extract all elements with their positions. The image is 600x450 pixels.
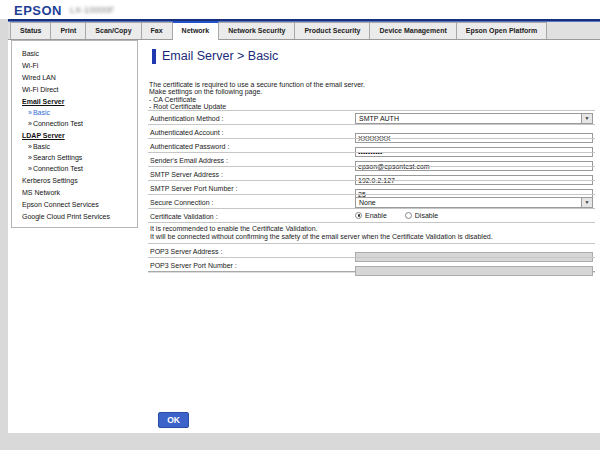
sidebar-item-wifi-direct[interactable]: Wi-Fi Direct (12, 83, 137, 95)
page-title: Email Server > Basic (162, 49, 278, 63)
ok-button[interactable]: OK (158, 412, 189, 428)
row-smtp-server-address: SMTP Server Address : (148, 166, 595, 180)
email-server-form: Authentication Method : SMTP AUTH ▼ Auth… (148, 110, 595, 272)
sub-item-marker: » (28, 109, 32, 116)
tab-product-security[interactable]: Product Security (294, 22, 370, 39)
sidebar-item-ms-network[interactable]: MS Network (12, 186, 137, 198)
intro-line: - CA Certificate (149, 96, 365, 103)
authenticated-account-label: Authenticated Account : (150, 129, 224, 136)
dropdown-arrow-icon: ▼ (581, 198, 592, 207)
radio-disable-icon[interactable] (405, 212, 412, 219)
row-smtp-server-port: SMTP Server Port Number : (148, 180, 595, 194)
secure-connection-select[interactable]: None ▼ (355, 197, 593, 208)
row-certificate-validation: Certificate Validation : Enable Disable (148, 208, 595, 222)
note-line: It is recommended to enable the Certific… (150, 225, 595, 233)
epson-logo: EPSON (14, 3, 62, 18)
printer-model-label: LX-10000F (70, 5, 115, 15)
corner-patch (0, 0, 8, 19)
sidebar-item-wired-lan[interactable]: Wired LAN (12, 71, 137, 83)
sidebar-item-google-cloud-print-services[interactable]: Google Cloud Print Services (12, 210, 137, 222)
authenticated-password-label: Authenticated Password : (150, 143, 229, 150)
radio-disable-label: Disable (415, 212, 438, 219)
sidebar-item-email-server-basic[interactable]: »Basic (12, 107, 137, 118)
sub-item-marker: » (28, 120, 32, 127)
sidebar-section-ldap-server[interactable]: LDAP Server (12, 129, 137, 141)
row-pop3-server-address: POP3 Server Address : (148, 243, 595, 257)
sub-item-marker: » (28, 154, 32, 161)
certificate-validation-enable-option[interactable]: Enable (355, 212, 387, 219)
smtp-server-port-label: SMTP Server Port Number : (150, 185, 237, 192)
selected-value: None (356, 198, 592, 207)
tab-print[interactable]: Print (50, 22, 86, 39)
authentication-method-label: Authentication Method : (150, 115, 224, 122)
sidebar-item-ldap-basic[interactable]: »Basic (12, 141, 137, 152)
note-line: It will be connected without confirming … (150, 233, 595, 241)
tab-epson-open-platform[interactable]: Epson Open Platform (456, 22, 548, 39)
certificate-validation-note: It is recommended to enable the Certific… (148, 222, 595, 243)
sidebar-item-label: Connection Test (33, 165, 83, 172)
row-authentication-method: Authentication Method : SMTP AUTH ▼ (148, 110, 595, 124)
sidebar-item-label: Search Settings (33, 154, 82, 161)
sub-item-marker: » (28, 165, 32, 172)
row-secure-connection: Secure Connection : None ▼ (148, 194, 595, 208)
sidebar-item-label: Basic (33, 109, 50, 116)
selected-value: SMTP AUTH (356, 114, 592, 123)
pop3-server-port-input (355, 266, 593, 276)
sub-item-marker: » (28, 143, 32, 150)
intro-text: The certificate is required to use a sec… (149, 81, 365, 110)
tab-network[interactable]: Network (172, 21, 220, 40)
tab-device-management[interactable]: Device Management (369, 22, 456, 39)
certificate-validation-disable-option[interactable]: Disable (405, 212, 438, 219)
row-authenticated-password: Authenticated Password : (148, 138, 595, 152)
pop3-server-address-label: POP3 Server Address : (150, 248, 222, 255)
web-config-page: EPSON LX-10000F Status Print Scan/Copy F… (8, 0, 600, 433)
sidebar-item-wifi[interactable]: Wi-Fi (12, 59, 137, 71)
sidebar-item-kerberos-settings[interactable]: Kerberos Settings (12, 174, 137, 186)
network-sidebar: Basic Wi-Fi Wired LAN Wi-Fi Direct Email… (11, 40, 138, 228)
certificate-validation-radiogroup: Enable Disable (355, 211, 593, 219)
sidebar-section-email-server[interactable]: Email Server (12, 95, 137, 107)
sidebar-item-email-server-connection-test[interactable]: »Connection Test (12, 118, 137, 129)
dropdown-arrow-icon: ▼ (581, 114, 592, 123)
sender-email-label: Sender's Email Address : (150, 157, 228, 164)
smtp-server-address-label: SMTP Server Address : (150, 171, 223, 178)
radio-enable-icon[interactable] (355, 212, 362, 219)
row-sender-email: Sender's Email Address : (148, 152, 595, 166)
radio-enable-label: Enable (365, 212, 387, 219)
sidebar-item-epson-connect-services[interactable]: Epson Connect Services (12, 198, 137, 210)
authentication-method-select[interactable]: SMTP AUTH ▼ (355, 113, 593, 124)
sidebar-item-ldap-search-settings[interactable]: »Search Settings (12, 152, 137, 163)
sidebar-item-label: Basic (33, 143, 50, 150)
tab-fax[interactable]: Fax (141, 22, 173, 39)
sidebar-item-basic[interactable]: Basic (12, 47, 137, 59)
certificate-validation-label: Certificate Validation : (150, 213, 218, 220)
tab-status[interactable]: Status (10, 22, 51, 39)
intro-line: The certificate is required to use a sec… (149, 81, 365, 88)
intro-line: Make settings on the following page. (149, 88, 365, 95)
tab-scan-copy[interactable]: Scan/Copy (85, 22, 141, 39)
row-authenticated-account: Authenticated Account : (148, 124, 595, 138)
page-title-accent-bar (152, 49, 156, 64)
top-tab-bar: Status Print Scan/Copy Fax Network Netwo… (8, 22, 600, 40)
pop3-server-port-label: POP3 Server Port Number : (150, 262, 237, 269)
row-pop3-server-port: POP3 Server Port Number : (148, 257, 595, 271)
secure-connection-label: Secure Connection : (150, 199, 213, 206)
tab-network-security[interactable]: Network Security (218, 22, 295, 39)
sidebar-item-label: Connection Test (33, 120, 83, 127)
sidebar-item-ldap-connection-test[interactable]: »Connection Test (12, 163, 137, 174)
